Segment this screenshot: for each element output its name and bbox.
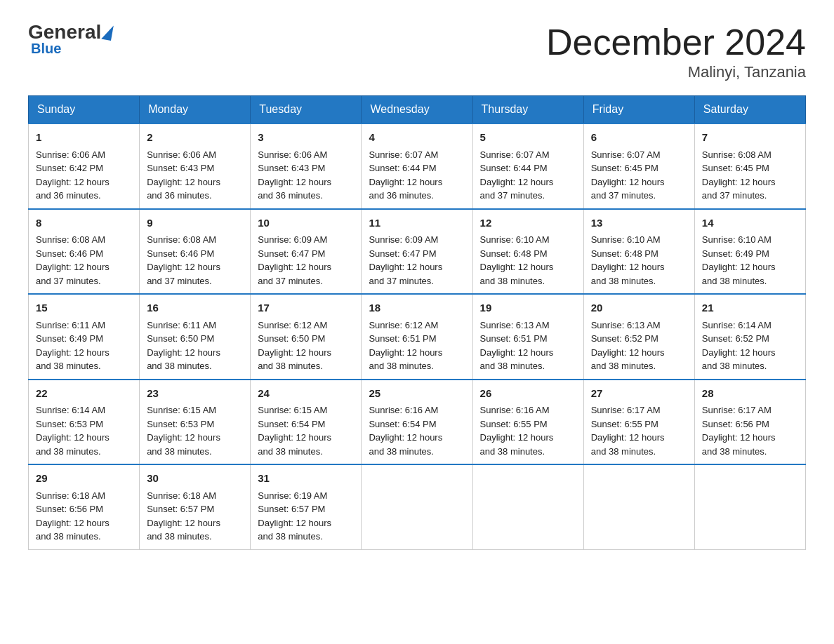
daylight-minutes-text: and 38 minutes. xyxy=(480,276,545,286)
daylight-minutes-text: and 38 minutes. xyxy=(36,531,101,542)
calendar-cell: 5Sunrise: 6:07 AMSunset: 6:44 PMDaylight… xyxy=(472,123,583,209)
calendar-cell: 17Sunrise: 6:12 AMSunset: 6:50 PMDayligh… xyxy=(251,294,362,380)
daylight-text: Daylight: 12 hours xyxy=(702,432,776,443)
daylight-text: Daylight: 12 hours xyxy=(369,262,442,272)
sunset-text: Sunset: 6:44 PM xyxy=(480,163,548,173)
sunrise-text: Sunrise: 6:16 AM xyxy=(369,405,438,415)
day-number: 27 xyxy=(591,386,687,402)
calendar-table: SundayMondayTuesdayWednesdayThursdayFrid… xyxy=(28,95,806,550)
daylight-text: Daylight: 12 hours xyxy=(369,432,442,443)
day-header-tuesday: Tuesday xyxy=(251,96,362,124)
daylight-minutes-text: and 38 minutes. xyxy=(258,361,323,371)
calendar-cell: 8Sunrise: 6:08 AMSunset: 6:46 PMDaylight… xyxy=(29,209,140,295)
sunset-text: Sunset: 6:46 PM xyxy=(36,248,103,259)
calendar-cell: 9Sunrise: 6:08 AMSunset: 6:46 PMDaylight… xyxy=(140,209,251,295)
daylight-minutes-text: and 37 minutes. xyxy=(369,276,434,286)
title-block: December 2024 Malinyi, Tanzania xyxy=(546,21,806,81)
calendar-cell: 18Sunrise: 6:12 AMSunset: 6:51 PMDayligh… xyxy=(362,294,472,380)
sunset-text: Sunset: 6:52 PM xyxy=(591,333,658,344)
sunrise-text: Sunrise: 6:10 AM xyxy=(591,234,661,245)
sunrise-text: Sunrise: 6:06 AM xyxy=(147,149,216,160)
daylight-text: Daylight: 12 hours xyxy=(369,177,442,187)
daylight-text: Daylight: 12 hours xyxy=(36,518,110,528)
daylight-text: Daylight: 12 hours xyxy=(258,177,331,187)
sunset-text: Sunset: 6:45 PM xyxy=(591,163,658,173)
day-number: 24 xyxy=(258,386,354,402)
daylight-text: Daylight: 12 hours xyxy=(591,432,665,443)
day-number: 7 xyxy=(702,130,798,146)
sunset-text: Sunset: 6:53 PM xyxy=(36,419,103,429)
sunrise-text: Sunrise: 6:08 AM xyxy=(36,234,105,245)
daylight-minutes-text: and 38 minutes. xyxy=(591,276,656,286)
day-number: 25 xyxy=(369,386,465,402)
calendar-cell: 30Sunrise: 6:18 AMSunset: 6:57 PMDayligh… xyxy=(140,464,251,549)
sunrise-text: Sunrise: 6:18 AM xyxy=(147,490,216,501)
calendar-cell: 6Sunrise: 6:07 AMSunset: 6:45 PMDaylight… xyxy=(583,123,694,209)
calendar-cell: 23Sunrise: 6:15 AMSunset: 6:53 PMDayligh… xyxy=(140,380,251,465)
day-number: 8 xyxy=(36,215,132,232)
week-row-4: 22Sunrise: 6:14 AMSunset: 6:53 PMDayligh… xyxy=(29,380,806,465)
calendar-cell: 19Sunrise: 6:13 AMSunset: 6:51 PMDayligh… xyxy=(472,294,583,380)
sunset-text: Sunset: 6:55 PM xyxy=(480,419,548,429)
sunset-text: Sunset: 6:48 PM xyxy=(591,248,658,259)
sunset-text: Sunset: 6:42 PM xyxy=(36,163,103,173)
sunrise-text: Sunrise: 6:09 AM xyxy=(369,234,438,245)
calendar-cell: 15Sunrise: 6:11 AMSunset: 6:49 PMDayligh… xyxy=(29,294,140,380)
daylight-minutes-text: and 36 minutes. xyxy=(258,190,323,201)
calendar-cell: 13Sunrise: 6:10 AMSunset: 6:48 PMDayligh… xyxy=(583,209,694,295)
sunrise-text: Sunrise: 6:13 AM xyxy=(591,320,661,330)
day-number: 13 xyxy=(591,215,687,232)
daylight-minutes-text: and 38 minutes. xyxy=(369,361,434,371)
daylight-minutes-text: and 36 minutes. xyxy=(369,190,434,201)
daylight-text: Daylight: 12 hours xyxy=(147,262,220,272)
daylight-minutes-text: and 36 minutes. xyxy=(36,190,101,201)
daylight-text: Daylight: 12 hours xyxy=(147,347,220,358)
logo: General Blue xyxy=(28,21,112,57)
sunrise-text: Sunrise: 6:09 AM xyxy=(258,234,327,245)
daylight-text: Daylight: 12 hours xyxy=(591,347,665,358)
sunset-text: Sunset: 6:52 PM xyxy=(702,333,769,344)
day-number: 21 xyxy=(702,300,798,316)
day-number: 4 xyxy=(369,130,465,146)
calendar-cell: 24Sunrise: 6:15 AMSunset: 6:54 PMDayligh… xyxy=(251,380,362,465)
day-number: 11 xyxy=(369,215,465,232)
day-number: 2 xyxy=(147,130,243,146)
daylight-text: Daylight: 12 hours xyxy=(147,177,220,187)
daylight-text: Daylight: 12 hours xyxy=(258,262,331,272)
day-header-sunday: Sunday xyxy=(29,96,140,124)
calendar-cell: 14Sunrise: 6:10 AMSunset: 6:49 PMDayligh… xyxy=(694,209,805,295)
daylight-minutes-text: and 38 minutes. xyxy=(702,361,767,371)
day-number: 10 xyxy=(258,215,354,232)
sunrise-text: Sunrise: 6:06 AM xyxy=(36,149,105,160)
day-number: 12 xyxy=(480,215,576,232)
daylight-text: Daylight: 12 hours xyxy=(258,347,331,358)
week-row-2: 8Sunrise: 6:08 AMSunset: 6:46 PMDaylight… xyxy=(29,209,806,295)
daylight-text: Daylight: 12 hours xyxy=(480,432,554,443)
sunrise-text: Sunrise: 6:07 AM xyxy=(480,149,550,160)
daylight-text: Daylight: 12 hours xyxy=(591,262,665,272)
day-number: 26 xyxy=(480,386,576,402)
calendar-cell: 11Sunrise: 6:09 AMSunset: 6:47 PMDayligh… xyxy=(362,209,472,295)
sunset-text: Sunset: 6:43 PM xyxy=(258,163,325,173)
sunset-text: Sunset: 6:47 PM xyxy=(258,248,325,259)
sunrise-text: Sunrise: 6:10 AM xyxy=(480,234,550,245)
logo-triangle-icon xyxy=(101,24,114,41)
daylight-text: Daylight: 12 hours xyxy=(480,347,554,358)
calendar-cell xyxy=(362,464,472,549)
daylight-text: Daylight: 12 hours xyxy=(369,347,442,358)
daylight-text: Daylight: 12 hours xyxy=(702,347,776,358)
daylight-minutes-text: and 37 minutes. xyxy=(591,190,656,201)
daylight-minutes-text: and 36 minutes. xyxy=(147,190,212,201)
sunset-text: Sunset: 6:57 PM xyxy=(147,504,214,514)
week-row-3: 15Sunrise: 6:11 AMSunset: 6:49 PMDayligh… xyxy=(29,294,806,380)
sunrise-text: Sunrise: 6:17 AM xyxy=(702,405,772,415)
day-number: 1 xyxy=(36,130,132,146)
calendar-cell: 22Sunrise: 6:14 AMSunset: 6:53 PMDayligh… xyxy=(29,380,140,465)
sunrise-text: Sunrise: 6:13 AM xyxy=(480,320,550,330)
sunrise-text: Sunrise: 6:18 AM xyxy=(36,490,105,501)
daylight-text: Daylight: 12 hours xyxy=(480,177,554,187)
sunset-text: Sunset: 6:55 PM xyxy=(591,419,658,429)
daylight-text: Daylight: 12 hours xyxy=(36,177,110,187)
calendar-cell: 27Sunrise: 6:17 AMSunset: 6:55 PMDayligh… xyxy=(583,380,694,465)
daylight-minutes-text: and 38 minutes. xyxy=(147,361,212,371)
